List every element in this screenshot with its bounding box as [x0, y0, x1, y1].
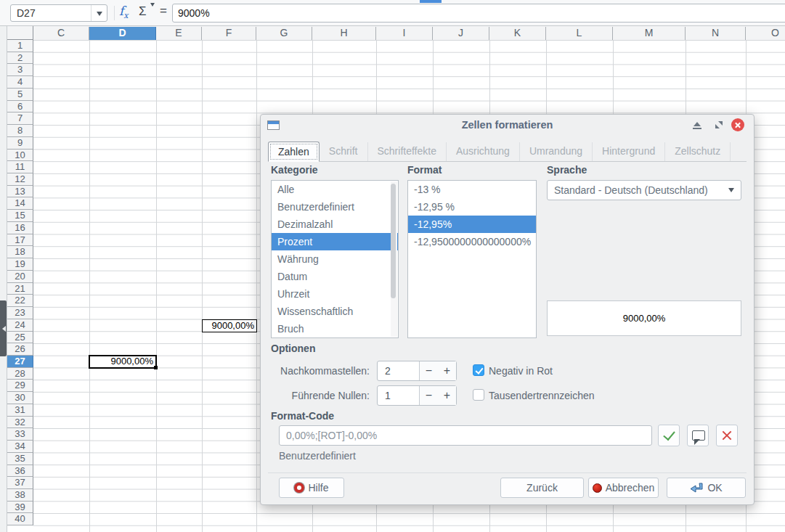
decimal-places-input[interactable]: 2 [378, 361, 420, 380]
formula-input[interactable]: 9000% [172, 4, 785, 22]
name-box-dropdown-icon[interactable] [91, 5, 107, 21]
tab-schrifteffekte[interactable]: Schrifteffekte [368, 142, 447, 161]
row-header-29[interactable]: 29 [7, 380, 33, 392]
sum-dropdown-icon[interactable] [150, 7, 155, 20]
column-header-M[interactable]: M [613, 27, 686, 40]
format-item[interactable]: -12,95 % [408, 198, 536, 216]
decimal-places-decrement[interactable]: − [420, 361, 438, 380]
row-header-34[interactable]: 34 [7, 441, 33, 453]
format-list[interactable]: -13 %-12,95 %-12,95%-12,9500000000000000… [407, 180, 537, 338]
category-item-wissenschaftlich[interactable]: Wissenschaftlich [272, 303, 398, 320]
scrollbar-track[interactable] [391, 181, 397, 337]
restore-icon[interactable] [715, 121, 723, 128]
decimal-places-increment[interactable]: + [438, 361, 456, 380]
negative-red-checkbox[interactable] [473, 364, 484, 376]
sidebar-hide-handle[interactable] [0, 300, 7, 356]
row-header-27[interactable]: 27 [7, 356, 33, 368]
row-header-40[interactable]: 40 [7, 513, 33, 525]
dialog-titlebar[interactable]: Zellen formatieren [261, 115, 754, 136]
leading-zeroes-input[interactable]: 1 [378, 386, 420, 405]
row-header-21[interactable]: 21 [7, 283, 33, 295]
category-item-prozent[interactable]: Prozent [272, 233, 398, 250]
category-item-benutzerdefiniert[interactable]: Benutzerdefiniert [272, 198, 398, 216]
row-header-37[interactable]: 37 [7, 477, 33, 489]
category-item-alle[interactable]: Alle [272, 181, 398, 198]
category-item-uhrzeit[interactable]: Uhrzeit [272, 285, 398, 303]
cell-F24[interactable]: 9000,00% [202, 319, 257, 332]
formula-equals-icon[interactable]: = [160, 4, 167, 18]
confirm-check-icon[interactable] [658, 425, 680, 446]
row-header-19[interactable]: 19 [7, 258, 33, 271]
row-header-8[interactable]: 8 [7, 125, 33, 137]
row-header-18[interactable]: 18 [7, 246, 33, 258]
column-header-K[interactable]: K [489, 27, 546, 40]
tab-ausrichtung[interactable]: Ausrichtung [447, 142, 520, 161]
row-header-9[interactable]: 9 [7, 137, 33, 150]
column-header-J[interactable]: J [433, 27, 489, 40]
tab-zellschutz[interactable]: Zellschutz [665, 142, 731, 161]
column-header-F[interactable]: F [202, 27, 256, 40]
column-header-E[interactable]: E [156, 27, 202, 40]
row-header-20[interactable]: 20 [7, 271, 33, 283]
fill-handle[interactable] [154, 366, 158, 369]
tab-hintergrund[interactable]: Hintergrund [593, 142, 665, 161]
function-wizard-icon[interactable]: fx [119, 4, 129, 20]
row-header-12[interactable]: 12 [7, 173, 33, 186]
leading-zeroes-decrement[interactable]: − [420, 386, 438, 405]
row-header-28[interactable]: 28 [7, 368, 33, 380]
row-header-2[interactable]: 2 [7, 52, 33, 65]
leading-zeroes-increment[interactable]: + [438, 386, 456, 405]
row-header-23[interactable]: 23 [7, 307, 33, 319]
category-item-währung[interactable]: Währung [272, 250, 398, 268]
shade-icon[interactable] [693, 122, 701, 129]
column-header-L[interactable]: L [546, 27, 613, 40]
format-code-input[interactable]: 0,00%;[ROT]-0,00% [279, 425, 652, 446]
row-header-3[interactable]: 3 [7, 64, 33, 76]
format-item[interactable]: -12,9500000000000000% [408, 233, 536, 250]
row-header-5[interactable]: 5 [7, 89, 33, 101]
column-header-G[interactable]: G [256, 27, 312, 40]
category-list[interactable]: AlleBenutzerdefiniertDezimalzahlProzentW… [271, 180, 399, 338]
row-header-15[interactable]: 15 [7, 210, 33, 222]
row-header-31[interactable]: 31 [7, 404, 33, 417]
category-item-dezimalzahl[interactable]: Dezimalzahl [272, 216, 398, 233]
row-header-25[interactable]: 25 [7, 332, 33, 344]
row-header-17[interactable]: 17 [7, 234, 33, 247]
tab-zahlen[interactable]: Zahlen [268, 142, 320, 162]
column-header-O[interactable]: O [746, 27, 785, 40]
back-button[interactable]: Zurück [500, 478, 584, 498]
row-header-14[interactable]: 14 [7, 197, 33, 210]
row-header-22[interactable]: 22 [7, 295, 33, 307]
column-header-H[interactable]: H [312, 27, 376, 40]
cancel-button[interactable]: Abbrechen [588, 478, 659, 498]
ok-button[interactable]: OK [667, 478, 746, 498]
category-item-bruch[interactable]: Bruch [272, 320, 398, 337]
row-header-36[interactable]: 36 [7, 465, 33, 478]
row-header-11[interactable]: 11 [7, 161, 33, 173]
column-header-C[interactable]: C [33, 27, 89, 40]
language-select[interactable]: Standard - Deutsch (Deutschland) [547, 180, 741, 200]
comment-icon[interactable] [687, 425, 709, 446]
name-box[interactable]: D27 [10, 4, 107, 22]
row-header-35[interactable]: 35 [7, 453, 33, 465]
column-header-D[interactable]: D [89, 27, 156, 40]
row-header-4[interactable]: 4 [7, 76, 33, 89]
row-header-30[interactable]: 30 [7, 392, 33, 404]
row-header-13[interactable]: 13 [7, 186, 33, 198]
tab-umrandung[interactable]: Umrandung [520, 142, 593, 161]
close-icon[interactable] [731, 118, 744, 131]
row-header-33[interactable]: 33 [7, 428, 33, 441]
thousands-separator-checkbox[interactable] [473, 389, 484, 401]
help-button[interactable]: Hilfe [279, 478, 344, 498]
row-header-6[interactable]: 6 [7, 101, 33, 113]
format-item[interactable]: -13 % [408, 181, 536, 198]
row-header-16[interactable]: 16 [7, 222, 33, 234]
category-item-datum[interactable]: Datum [272, 268, 398, 285]
row-header-39[interactable]: 39 [7, 502, 33, 514]
row-header-38[interactable]: 38 [7, 489, 33, 502]
row-header-10[interactable]: 10 [7, 150, 33, 162]
sum-icon[interactable]: Σ [139, 4, 147, 19]
cell-D27[interactable]: 9000,00% [89, 355, 157, 369]
delete-x-icon[interactable] [716, 425, 738, 446]
row-header-1[interactable]: 1 [7, 40, 33, 52]
